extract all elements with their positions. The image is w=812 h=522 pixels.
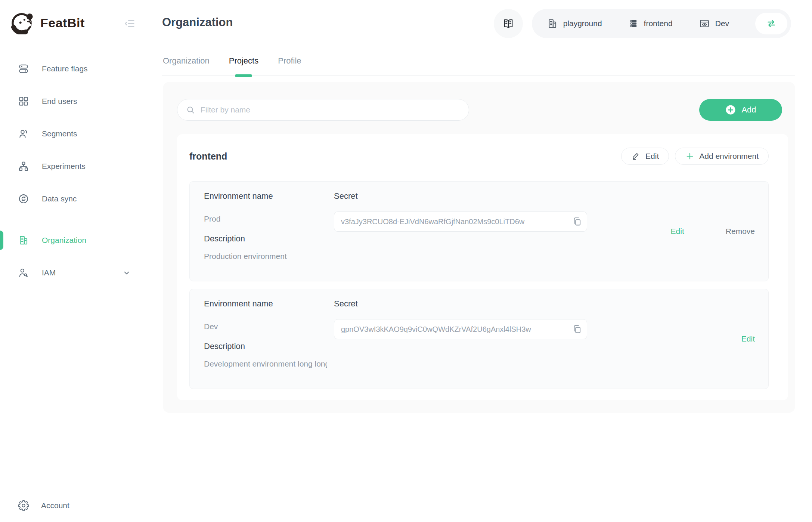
copy-icon xyxy=(571,324,583,335)
tab-projects[interactable]: Projects xyxy=(228,55,259,75)
book-icon xyxy=(502,17,515,30)
sidebar-item-segments[interactable]: Segments xyxy=(0,117,142,150)
active-item-indicator xyxy=(0,231,3,250)
secret-input[interactable] xyxy=(334,211,587,232)
description-label: Description xyxy=(204,234,245,244)
environment-name-value: Prod xyxy=(204,214,220,223)
environment-name-label: Environment name xyxy=(204,299,273,309)
sidebar-item-label: Data sync xyxy=(42,194,77,203)
swap-arrows-icon xyxy=(765,18,777,30)
sidebar-collapse-icon[interactable] xyxy=(123,17,136,30)
copy-secret-button[interactable] xyxy=(571,216,583,228)
sidebar-item-label: Organization xyxy=(42,236,86,245)
main-content: Organization xyxy=(142,0,812,522)
copy-secret-button[interactable] xyxy=(571,323,583,335)
featbit-logo-icon xyxy=(10,11,36,34)
sidebar-item-feature-flags[interactable]: Feature flags xyxy=(0,52,142,85)
add-environment-button[interactable]: Add environment xyxy=(675,148,769,165)
sidebar: FeatBit Feature flags End xyxy=(0,0,142,522)
sidebar-item-iam[interactable]: IAM xyxy=(0,256,142,289)
sidebar-bottom: Account xyxy=(0,489,142,522)
chevron-down-icon xyxy=(122,268,131,278)
sidebar-item-end-users[interactable]: End users xyxy=(0,85,142,117)
data-sync-icon xyxy=(18,193,30,205)
switcher-service[interactable]: frontend xyxy=(628,18,673,29)
page-title: Organization xyxy=(162,16,233,29)
sidebar-item-account[interactable]: Account xyxy=(0,489,142,522)
description-label: Description xyxy=(204,342,245,351)
copy-icon xyxy=(571,216,583,227)
project-card-header: frontend Edit xyxy=(177,134,788,165)
pencil-icon xyxy=(631,151,641,161)
filter-box[interactable] xyxy=(177,99,469,121)
plus-circle-icon xyxy=(725,104,736,115)
sidebar-item-label: End users xyxy=(42,97,77,106)
divider xyxy=(705,226,705,236)
sidebar-item-label: Feature flags xyxy=(42,64,88,73)
switcher-service-name: frontend xyxy=(644,19,673,28)
secret-field xyxy=(334,211,587,232)
iam-icon xyxy=(18,267,30,279)
secret-label: Secret xyxy=(334,191,358,201)
page-header: Organization xyxy=(142,0,812,44)
documentation-button[interactable] xyxy=(494,9,523,38)
active-tab-indicator xyxy=(235,74,252,77)
header-controls: playground frontend xyxy=(494,9,791,38)
projects-panel: Add frontend Edit xyxy=(163,82,795,413)
sidebar-item-label: Experiments xyxy=(42,162,86,171)
project-card: frontend Edit xyxy=(177,134,788,400)
environment-name-label: Environment name xyxy=(204,191,273,201)
sidebar-item-label: Segments xyxy=(42,129,77,138)
project-name: frontend xyxy=(189,151,227,162)
switch-environment-button[interactable] xyxy=(755,13,787,34)
segments-icon xyxy=(18,128,30,140)
sidebar-nav: Feature flags End users Segments xyxy=(0,52,142,289)
environment-actions: Edit xyxy=(741,334,755,343)
edit-project-button[interactable]: Edit xyxy=(621,148,669,165)
switcher-environment[interactable]: Dev xyxy=(699,18,729,29)
description-value: Production environment xyxy=(204,252,287,261)
sidebar-item-data-sync[interactable]: Data sync xyxy=(0,182,142,215)
search-icon xyxy=(186,105,195,115)
secret-input[interactable] xyxy=(334,319,587,339)
building-icon xyxy=(547,18,558,29)
secret-field xyxy=(334,319,587,339)
sidebar-item-label: IAM xyxy=(42,268,56,277)
end-users-icon xyxy=(18,95,30,107)
sidebar-item-experiments[interactable]: Experiments xyxy=(0,150,142,182)
tab-profile[interactable]: Profile xyxy=(277,55,302,75)
switcher-environment-name: Dev xyxy=(715,19,729,28)
environment-name-value: Dev xyxy=(204,322,218,331)
experiments-icon xyxy=(18,160,30,172)
environment-row-dev: Environment name Dev Description Develop… xyxy=(189,289,769,389)
projects-toolbar: Add xyxy=(177,99,788,121)
secret-label: Secret xyxy=(334,299,358,309)
remove-environment-link[interactable]: Remove xyxy=(726,227,755,236)
switcher-project-name: playground xyxy=(563,19,602,28)
gear-icon xyxy=(18,500,29,511)
switcher-project[interactable]: playground xyxy=(547,18,602,29)
environment-row-prod: Environment name Prod Description Produc… xyxy=(189,181,769,281)
edit-environment-link[interactable]: Edit xyxy=(671,227,684,236)
feature-flags-icon xyxy=(18,63,30,75)
sidebar-item-label: Account xyxy=(41,501,69,510)
plus-icon xyxy=(685,151,695,161)
logo-row: FeatBit xyxy=(0,0,142,34)
description-value: Development environment long long l… xyxy=(204,359,327,368)
browser-code-icon xyxy=(699,18,710,29)
tabs-bar: Organization Projects Profile xyxy=(162,44,795,76)
brand-name: FeatBit xyxy=(40,16,85,30)
project-env-switcher[interactable]: playground frontend xyxy=(532,9,791,38)
edit-environment-link[interactable]: Edit xyxy=(741,334,755,343)
organization-icon xyxy=(18,234,30,246)
stack-icon xyxy=(628,18,639,29)
add-project-button[interactable]: Add xyxy=(699,99,782,121)
tab-organization[interactable]: Organization xyxy=(162,55,210,75)
sidebar-item-organization[interactable]: Organization xyxy=(0,224,142,256)
filter-input[interactable] xyxy=(201,105,461,114)
project-card-actions: Edit Add environment xyxy=(621,148,769,165)
environment-actions: Edit Remove xyxy=(671,226,755,236)
